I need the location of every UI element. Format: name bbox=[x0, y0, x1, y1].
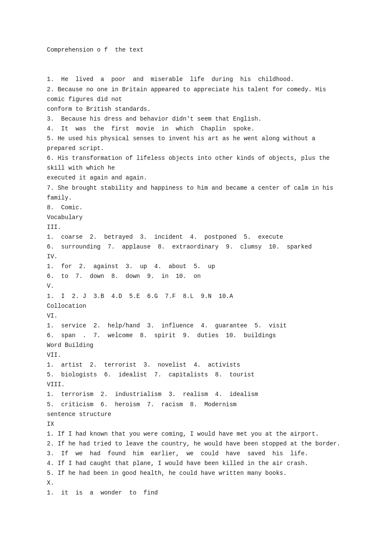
line-24: 1. artist 2. terrorist 3. novelist 4. ac… bbox=[47, 360, 345, 370]
line-34: 4. If I had caught that plane, I would h… bbox=[47, 459, 345, 468]
line-35: 5. If he had been in good health, he cou… bbox=[47, 468, 345, 478]
line-25: 5. biologists 6. idealist 7. capitalists… bbox=[47, 370, 345, 380]
line-16: 6. to 7. down 8. down 9. in 10. on bbox=[47, 272, 345, 281]
line-22: Word Building bbox=[47, 341, 345, 350]
line-10: Vocabulary bbox=[47, 213, 345, 223]
line-5: 5. He used his physical senses to invent… bbox=[47, 134, 345, 153]
line-14: IV. bbox=[47, 252, 345, 262]
line-6: 6. His transformation of lifeless object… bbox=[47, 153, 345, 173]
line-8: 7. She brought stability and happiness t… bbox=[47, 183, 345, 203]
section-title: Comprehension o f the text bbox=[47, 45, 345, 55]
line-23: VII. bbox=[47, 350, 345, 360]
document-content: Comprehension o f the text 1. He lived a… bbox=[47, 26, 345, 508]
line-19: CollocationVI. bbox=[47, 301, 345, 321]
line-1: 2. Because no one in Britain appeared to… bbox=[47, 85, 345, 104]
line-20: 1. service 2. help/hand 3. influence 4. … bbox=[47, 321, 345, 331]
line-26: VIII. bbox=[47, 380, 345, 390]
line-37: 1. it is a wonder to find bbox=[47, 488, 345, 498]
line-4: 4. It was the first movie in which Chapl… bbox=[47, 124, 345, 134]
line-21: 6. span . 7. welcome 8. spirit 9. duties… bbox=[47, 331, 345, 341]
line-15: 1. for 2. against 3. up 4. about 5. up bbox=[47, 262, 345, 272]
line-18: 1. I 2. J 3.B 4.D 5.E 6.G 7.F 8.L 9.N 10… bbox=[47, 292, 345, 301]
line-31: 1. If I had known that you were coming, … bbox=[47, 429, 345, 439]
line-13: 6. surrounding 7. applause 8. extraordin… bbox=[47, 242, 345, 252]
line-3: 3. Because his dress and behavior didn't… bbox=[47, 114, 345, 124]
line-36: X. bbox=[47, 478, 345, 488]
line-33: 3. If we had found him earlier, we could… bbox=[47, 449, 345, 459]
line-32: 2. If he had tried to leave the country,… bbox=[47, 439, 345, 449]
line-7: executed it again and again. bbox=[47, 173, 345, 183]
line-28: 5. criticism 6. heroism 7. racism 8. Mod… bbox=[47, 400, 345, 410]
line-27: 1. terrorism 2. industrialism 3. realism… bbox=[47, 390, 345, 399]
line-12: 1. coarse 2. betrayed 3. incident 4. pos… bbox=[47, 232, 345, 242]
line-30: IX bbox=[47, 419, 345, 429]
line-9: 8. Comic. bbox=[47, 203, 345, 213]
line-29: sentence structure bbox=[47, 410, 345, 419]
line-0: 1. He lived a poor and miserable life du… bbox=[47, 75, 345, 84]
line-17: V. bbox=[47, 281, 345, 291]
lines-container: 1. He lived a poor and miserable life du… bbox=[47, 75, 345, 498]
line-11: III. bbox=[47, 223, 345, 232]
line-2: conform to British standards. bbox=[47, 104, 345, 114]
